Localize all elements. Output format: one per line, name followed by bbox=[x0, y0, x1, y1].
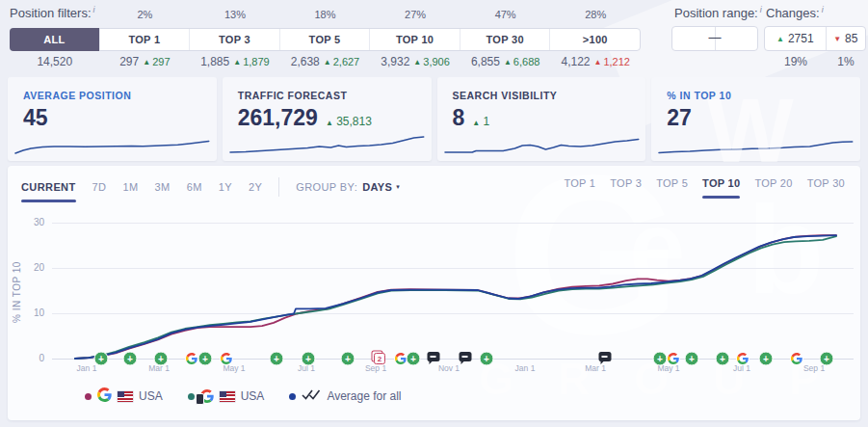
metric-card-traffic-forecast[interactable]: TRAFFIC FORECAST261,729▲ 35,813 bbox=[223, 77, 432, 161]
metric-card-average-position[interactable]: AVERAGE POSITION45 bbox=[8, 77, 217, 161]
plus-marker-icon[interactable]: + bbox=[820, 352, 834, 366]
filter-count: 297▲297 bbox=[119, 55, 170, 68]
info-icon[interactable]: i bbox=[93, 5, 95, 14]
filter-count: 1,885▲1,879 bbox=[200, 55, 269, 68]
legend-item[interactable]: Average for all bbox=[289, 388, 401, 404]
google-icon bbox=[737, 353, 749, 364]
changes-up-percent: 19% bbox=[784, 55, 807, 68]
info-icon[interactable]: i bbox=[822, 5, 824, 14]
count-value: 3,932 bbox=[381, 55, 409, 68]
count-value: 1,885 bbox=[200, 55, 229, 68]
changes-down-value: 85 bbox=[845, 32, 857, 45]
google-icon bbox=[186, 353, 197, 364]
count-value: 14,520 bbox=[37, 55, 72, 68]
plus-marker-icon[interactable]: + bbox=[270, 352, 284, 366]
google-icon bbox=[221, 353, 232, 364]
metric-card-delta: ▲ 35,813 bbox=[326, 115, 372, 128]
plus-marker-icon[interactable]: + bbox=[716, 352, 730, 366]
google-marker-icon[interactable] bbox=[185, 352, 198, 365]
up-arrow-icon: ▲ bbox=[504, 58, 512, 67]
filter-percent: 28% bbox=[585, 9, 606, 20]
plus-marker-icon[interactable]: + bbox=[685, 352, 699, 366]
changes-up-value: 2751 bbox=[788, 32, 814, 45]
comment-marker-icon[interactable] bbox=[428, 352, 440, 361]
plus-marker-icon[interactable]: + bbox=[341, 352, 355, 366]
filter-tab-top-1[interactable]: TOP 1 bbox=[99, 29, 190, 50]
changes-down-percent: 1% bbox=[837, 55, 854, 68]
notes-marker-icon[interactable]: 2 bbox=[374, 353, 385, 364]
position-range-input[interactable]: — bbox=[671, 26, 758, 51]
plus-marker-icon[interactable]: + bbox=[759, 352, 774, 366]
legend-dot bbox=[188, 393, 195, 400]
metric-cards-row: W AVERAGE POSITION45TRAFFIC FORECAST261,… bbox=[8, 77, 860, 161]
count-delta: 297 bbox=[152, 56, 170, 67]
metric-card--in-top-10[interactable]: % IN TOP 1027 bbox=[651, 77, 860, 161]
filter-tab-top-30[interactable]: TOP 30 bbox=[460, 29, 550, 50]
x-date-label: Mar 1 bbox=[585, 363, 606, 373]
plus-marker-icon[interactable]: + bbox=[94, 352, 109, 366]
x-date-label: Jan 1 bbox=[515, 363, 536, 373]
filter-percent: 47% bbox=[495, 9, 516, 20]
comment-marker-icon[interactable] bbox=[599, 352, 612, 361]
legend-dot bbox=[289, 393, 296, 400]
google-icon bbox=[395, 353, 407, 364]
series-average-for-all bbox=[75, 235, 836, 359]
filter-tab-top-10[interactable]: TOP 10 bbox=[369, 29, 460, 50]
legend-item[interactable]: USA bbox=[188, 389, 265, 403]
google-icon bbox=[97, 387, 112, 402]
count-delta: 6,688 bbox=[513, 56, 540, 67]
changes-up-cell[interactable]: ▲ 2751 bbox=[765, 27, 826, 50]
filter-count: 2,638▲2,627 bbox=[291, 55, 359, 68]
count-value: 6,855 bbox=[471, 55, 500, 68]
position-filters-label: Position filters:i bbox=[10, 5, 95, 20]
chart-panel: G e b GROUP CURRENT7D1M3M6M1Y2Y GROUP BY… bbox=[8, 166, 860, 420]
metric-card-title: TRAFFIC FORECAST bbox=[238, 90, 348, 101]
plus-marker-icon[interactable]: + bbox=[653, 352, 668, 366]
x-date-label: Nov 1 bbox=[438, 363, 460, 373]
x-date-label: Jan 1 bbox=[77, 363, 97, 373]
plus-marker-icon[interactable]: + bbox=[123, 352, 138, 366]
filter-tab-top-3[interactable]: TOP 3 bbox=[189, 29, 279, 50]
usa-flag-icon bbox=[220, 391, 235, 402]
up-arrow-icon: ▲ bbox=[143, 58, 150, 67]
filter-tab-all[interactable]: ALL bbox=[10, 28, 99, 51]
mobile-phone-icon bbox=[196, 393, 204, 405]
line-chart[interactable] bbox=[8, 166, 860, 420]
plus-marker-icon[interactable]: + bbox=[198, 352, 213, 366]
metric-card-title: AVERAGE POSITION bbox=[23, 90, 131, 101]
up-arrow-icon: ▲ bbox=[233, 58, 241, 67]
comment-marker-icon[interactable] bbox=[460, 352, 472, 361]
legend-item[interactable]: USA bbox=[85, 387, 163, 405]
count-value: 4,122 bbox=[561, 55, 590, 68]
filter-percent: 13% bbox=[224, 9, 246, 20]
x-date-label: Sep 1 bbox=[803, 363, 825, 373]
up-arrow-icon: ▲ bbox=[776, 35, 784, 43]
google-marker-icon[interactable] bbox=[736, 352, 750, 365]
google-mobile-icon bbox=[200, 389, 214, 403]
google-marker-icon[interactable] bbox=[220, 352, 233, 365]
plus-marker-icon[interactable]: + bbox=[302, 352, 316, 366]
filter-tab-top-5[interactable]: TOP 5 bbox=[279, 29, 370, 50]
chart-legend: USAUSAAverage for all bbox=[85, 387, 402, 405]
filter-count: 6,855▲6,688 bbox=[471, 55, 539, 68]
legend-label: Average for all bbox=[327, 389, 401, 403]
filter-percent: 2% bbox=[137, 9, 152, 20]
usa-flag-icon bbox=[118, 391, 133, 402]
google-icon bbox=[791, 353, 802, 364]
count-delta: 3,906 bbox=[423, 56, 450, 67]
changes-down-cell[interactable]: ▼ 85 bbox=[826, 27, 865, 50]
up-arrow-icon: ▲ bbox=[413, 58, 421, 67]
info-icon[interactable]: i bbox=[760, 5, 762, 14]
plus-marker-icon[interactable]: + bbox=[407, 352, 421, 366]
sparkline bbox=[15, 127, 209, 156]
plus-marker-icon[interactable]: + bbox=[154, 352, 169, 366]
google-marker-icon[interactable] bbox=[667, 352, 680, 365]
filter-tab--100[interactable]: >100 bbox=[549, 29, 640, 50]
google-marker-icon[interactable] bbox=[790, 352, 803, 365]
metric-card-title: % IN TOP 10 bbox=[667, 90, 731, 101]
plus-marker-icon[interactable]: + bbox=[480, 352, 494, 366]
changes-label-text: Changes: bbox=[766, 6, 820, 20]
sparkline bbox=[445, 127, 639, 156]
legend-dot bbox=[85, 393, 92, 400]
metric-card-search-visibility[interactable]: SEARCH VISIBILITY8▲ 1 bbox=[437, 77, 646, 161]
